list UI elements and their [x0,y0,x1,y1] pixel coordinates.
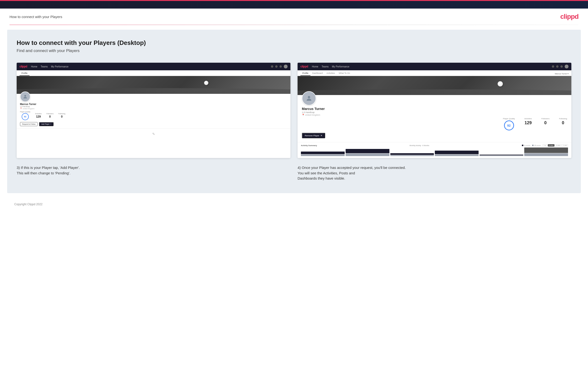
mock-nav-icons-2 [552,65,569,68]
bottom-area-1: ✎ [17,128,290,139]
remove-player-button[interactable]: Remove Player ✕ [302,133,325,138]
avatar-icon-1[interactable] [284,65,288,68]
quality-circle-2: 92 [504,120,514,130]
section-title: How to connect with your Players (Deskto… [17,39,571,47]
mock-logo-2: clippd [300,65,308,68]
time-buttons: 1 yr 6 mths 3 mths 1 mth [543,144,568,147]
mock-nav-home-1[interactable]: Home [31,65,37,68]
player-location-2: 📍 United Kingdom [302,114,567,116]
activity-title: Activity Summary [301,144,317,147]
description-text-2: 4) Once your Player has accepted your re… [298,165,571,181]
time-btn-3mths[interactable]: 3 mths [555,144,562,147]
bar-oncourse-3 [390,153,434,155]
time-btn-1yr[interactable]: 1 yr [543,144,547,147]
mock-nav-icons-1 [271,65,288,68]
bar-oncourse-4 [435,150,479,154]
mock-logo-1: clippd [19,65,27,68]
stats-row-2: Player Quality 92 Activities 129 Followe… [302,117,567,130]
activity-header: Activity Summary Monthly Activity · 6 Mo… [301,144,568,147]
tab-what-to-on-2[interactable]: What To On [337,72,352,76]
mock-profile-1: Marcus Turner 1-5 Handicap 📍 United King… [17,94,290,128]
legend-offcourse: Off course [532,145,541,146]
bar-offcourse-6 [524,153,568,156]
avatar-icon-2[interactable] [565,65,569,68]
bar-chart [301,148,568,156]
quality-label-1: Player Quality [20,111,30,113]
player-name-2: Marcus Turner [302,107,567,111]
search-icon-1[interactable] [271,65,273,68]
header-title: How to connect with your Players [9,15,62,19]
bar-oncourse-2 [346,149,389,153]
bar-group-4 [435,148,479,156]
time-btn-1mth[interactable]: 1 mth [562,144,568,147]
mock-nav-home-2[interactable]: Home [312,65,318,68]
stats-right-2: Player Quality 92 Activities 129 Followe… [503,117,567,130]
mock-stats-1: Player Quality 92 Activities 129 Followe… [20,111,287,120]
following-label-2: Following [559,117,567,120]
stat-following-1: Following 0 [58,113,65,118]
bar-oncourse-5 [480,155,523,156]
settings-icon-1[interactable] [279,65,282,68]
bar-offcourse-3 [390,155,434,156]
request-follow-button[interactable]: Request to Follow [20,122,38,126]
remove-player-label: Remove Player [305,134,320,137]
bar-group-6 [524,148,568,156]
bar-offcourse-1 [301,154,345,156]
mock-nav-2: clippd Home Teams My Performance [298,63,571,70]
mock-tabs-1: Profile [17,70,290,76]
logo: clippd [560,13,579,20]
mock-nav-performance-1[interactable]: My Performance [51,65,68,68]
screenshots-row: clippd Home Teams My Performance Profile [17,63,571,158]
bar-offcourse-4 [435,154,479,156]
svg-point-0 [24,95,26,97]
tab-profile-1[interactable]: Profile [19,72,29,76]
user-icon-1[interactable] [275,65,277,68]
stat-followers-2: Followers 0 [541,117,549,125]
oncourse-dot [522,145,523,146]
offcourse-dot [532,145,534,146]
header-divider [9,25,579,25]
footer: Copyright Clippd 2022 [0,198,588,211]
tab-profile-2[interactable]: Profile [300,72,311,76]
player-location-1: 📍 United Kingdom [20,108,287,109]
bar-offcourse-2 [346,153,389,156]
activities-value-2: 129 [525,120,532,125]
followers-value-1: 0 [49,115,51,118]
golf-terrain-1 [17,84,290,94]
screenshot-1: clippd Home Teams My Performance Profile [17,63,290,158]
offcourse-label: Off course [534,145,541,146]
player-handicap-1: 1-5 Handicap [20,106,287,107]
svg-point-1 [308,96,310,98]
descriptions-row: 3) If this is your Player tap, 'Add Play… [17,165,571,181]
followers-label-1: Followers [46,113,53,115]
mock-nav-items-2: Home Teams My Performance [312,65,548,68]
player-dropdown[interactable]: Marcus Turner ▾ [555,73,569,76]
stat-following-2: Following 0 [559,117,567,125]
add-player-button[interactable]: Add Player + [39,122,53,126]
bar-offcourse-5 [480,156,523,156]
mock-nav-performance-2[interactable]: My Performance [332,65,349,68]
time-btn-6mths[interactable]: 6 mths [548,144,554,147]
mock-nav-teams-2[interactable]: Teams [322,65,329,68]
mock-nav-teams-1[interactable]: Teams [41,65,48,68]
tab-dashboard-2[interactable]: Dashboard [311,72,325,76]
tab-activities-2[interactable]: Activities [325,72,337,76]
activity-period: Monthly Activity · 6 Months [410,145,429,146]
settings-icon-2[interactable] [560,65,563,68]
oncourse-label: On course [524,145,530,146]
search-icon-2[interactable] [552,65,554,68]
mock-profile-2: Marcus Turner 1-5 Handicap 📍 United King… [298,95,571,141]
quality-label-2: Player Quality [503,117,515,120]
user-avatar-icon-1 [23,94,28,99]
description-2: 4) Once your Player has accepted your re… [298,165,571,181]
following-label-1: Following [58,113,65,115]
golf-terrain-2 [298,85,571,95]
copyright-text: Copyright Clippd 2022 [14,203,43,206]
stat-activities-1: Activities 129 [35,113,42,118]
avatar-2 [302,91,316,106]
following-value-2: 0 [562,120,564,125]
close-icon: ✕ [320,134,322,137]
player-quality-1: Player Quality 92 [20,111,30,120]
golf-image-1 [17,76,290,94]
user-icon-2[interactable] [556,65,559,68]
